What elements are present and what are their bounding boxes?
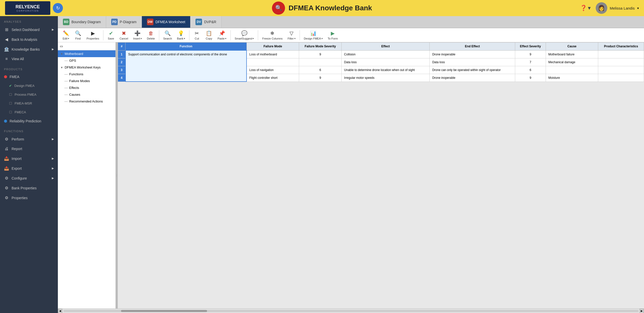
scroll-left-button[interactable]: ◀ (58, 309, 62, 313)
worksheet-area: ▭ ▼ Motherboard — GPS ▼ DFMEA Worksheet … (58, 42, 644, 308)
tab-dfmea-worksheet[interactable]: DW DFMEA Worksheet (142, 16, 191, 28)
scrollbar-track-h[interactable] (63, 310, 638, 312)
row-4-end-effect[interactable]: Drone inoperable (430, 74, 515, 82)
row-1-fm-severity[interactable]: 9 (299, 50, 341, 58)
row-1-effect[interactable]: Collision (341, 50, 429, 58)
row-3-effect-severity[interactable]: 6 (515, 66, 546, 74)
cut-label: Cut (195, 37, 199, 40)
col-header-cause: Cause (546, 43, 598, 51)
tab-boundary-diagram[interactable]: BD Boundary Diagram (58, 16, 106, 28)
row-3-effect[interactable]: Unable to determine drone location when … (341, 66, 429, 74)
design-fmea-button[interactable]: 📊 Design FMEA ▾ (302, 29, 325, 41)
cancel-button[interactable]: ✖ Cancel (117, 29, 130, 41)
row-4-num[interactable]: 4 (118, 74, 126, 82)
sidebar-item-reliability-prediction[interactable]: Reliability Prediction (0, 117, 58, 126)
row-2-failure-mode[interactable] (247, 58, 299, 66)
row-1-cause[interactable]: Motherboard failure (546, 50, 598, 58)
tree-resize-handle[interactable]: ⋮ (116, 42, 118, 308)
filter-button[interactable]: ▽ Filter ▾ (286, 29, 297, 41)
row-2-effect[interactable]: Data loss (341, 58, 429, 66)
tree-item-causes[interactable]: — Causes (58, 91, 115, 98)
row-1-failure-mode[interactable]: Loss of motherboard (247, 50, 299, 58)
bank-button[interactable]: 💡 Bank ▾ (175, 29, 187, 41)
sidebar-item-select-dashboard[interactable]: ⊞ Select Dashboard ▶ (0, 25, 58, 34)
sidebar-item-design-fmea[interactable]: ✔ Design FMEA (0, 81, 58, 90)
insert-button[interactable]: ➕ Insert ▾ (131, 29, 144, 41)
sidebar-item-import[interactable]: 📥 Import ▶ (0, 154, 58, 163)
logo-sub: CORPORATION (17, 10, 39, 12)
row-1-num[interactable]: 1 (118, 50, 126, 58)
row-1-effect-severity[interactable]: 9 (515, 50, 546, 58)
tree-item-failure-modes[interactable]: — Failure Modes (58, 78, 115, 84)
user-area[interactable]: 👩 Melissa Landis ▾ (596, 2, 639, 14)
find-button[interactable]: 🔍 Find (72, 29, 84, 41)
sidebar-item-fmea[interactable]: FMEA (0, 72, 58, 81)
tree-collapse-all-button[interactable]: ▭ (59, 43, 64, 49)
toolbar-sep-3 (189, 30, 189, 40)
row-2-fm-severity[interactable] (299, 58, 341, 66)
tab-dv-label: DVP&R (204, 20, 216, 24)
tree-item-effects[interactable]: — Effects (58, 84, 115, 91)
sidebar-item-export[interactable]: 📤 Export ▶ (0, 163, 58, 173)
to-form-button[interactable]: ▶ To Form (326, 29, 340, 41)
freeze-columns-button[interactable]: ❄ Freeze Columns (260, 29, 285, 41)
report-icon: 🖨 (4, 147, 9, 151)
row-1-end-effect[interactable]: Drone inoperable (430, 50, 515, 58)
tree-item-functions[interactable]: — Functions (58, 71, 115, 78)
tree-item-gps[interactable]: — GPS (58, 57, 115, 64)
properties-button[interactable]: ▶ Properties (85, 29, 101, 41)
search-button[interactable]: 🔍 Search (161, 29, 174, 41)
row-2-product-char[interactable] (598, 58, 644, 66)
row-4-product-char[interactable] (598, 74, 644, 82)
row-4-effect-severity[interactable]: 9 (515, 74, 546, 82)
help-button[interactable]: ❓ ▾ (580, 5, 591, 11)
row-2-cause[interactable]: Mechanical damage (546, 58, 598, 66)
tree-item-dfmea-keys[interactable]: ▼ DFMEA Worksheet Keys (58, 64, 115, 71)
sidebar-item-report[interactable]: 🖨 Report (0, 144, 58, 154)
scroll-right-button[interactable]: ▶ (639, 309, 644, 313)
tree-item-motherboard[interactable]: ▼ Motherboard (58, 50, 115, 57)
sidebar-item-back-to-analysis[interactable]: ◀ Back to Analysis (0, 34, 58, 44)
row-2-effect-severity[interactable]: 7 (515, 58, 546, 66)
row-2-end-effect[interactable]: Data loss (430, 58, 515, 66)
row-4-fm-severity[interactable]: 9 (299, 74, 341, 82)
sidebar-item-knowledge-banks[interactable]: 🏦 Knowledge Banks ▶ (0, 44, 58, 54)
sidebar-item-bank-properties[interactable]: ⚙ Bank Properties (0, 183, 58, 193)
import-icon: 📥 (4, 156, 9, 161)
row-4-cause[interactable]: Moisture (546, 74, 598, 82)
sidebar-item-view-all[interactable]: ≡ View All (0, 54, 58, 64)
row-3-num[interactable]: 3 (118, 66, 126, 74)
edit-button[interactable]: ✏️ Edit ▾ (60, 29, 71, 41)
sidebar-item-process-fmea[interactable]: ☐ Process FMEA (0, 90, 58, 99)
row-4-failure-mode[interactable]: Flight controller short (247, 74, 299, 82)
row-3-fm-severity[interactable]: 6 (299, 66, 341, 74)
scrollbar-thumb-h[interactable] (121, 310, 207, 312)
copy-button[interactable]: 📋 Copy (204, 29, 215, 41)
effects-label: Effects (69, 86, 79, 90)
row-1-product-char[interactable] (598, 50, 644, 58)
table-wrapper[interactable]: # Function Failure Mode Failure Mode Sev… (118, 42, 644, 308)
perform-label: Perform (12, 137, 24, 141)
row-3-end-effect[interactable]: Drone can only be operated within sight … (430, 66, 515, 74)
row-1-function[interactable]: Support communication and control of ele… (126, 50, 247, 82)
sidebar-item-properties[interactable]: ⚙ Properties (0, 193, 58, 203)
sidebar-item-perform[interactable]: ⚙ Perform ▶ (0, 134, 58, 144)
tab-dvpr[interactable]: DV DVP&R (190, 16, 221, 28)
smart-suggest-button[interactable]: 💬 SmartSuggest ▾ (233, 29, 256, 41)
delete-button[interactable]: 🗑 Delete (145, 29, 157, 41)
tab-p-diagram[interactable]: PD P-Diagram (106, 16, 142, 28)
row-3-failure-mode[interactable]: Loss of navigation (247, 66, 299, 74)
cut-button[interactable]: ✂ Cut (191, 29, 203, 41)
horizontal-scrollbar[interactable]: ◀ ▶ (58, 308, 644, 313)
save-button[interactable]: ✔ Save (105, 29, 116, 41)
paste-button[interactable]: 📌 Paste ▾ (216, 29, 228, 41)
sidebar-item-fmea-msr[interactable]: ☐ FMEA-MSR (0, 99, 58, 108)
sidebar-item-configure[interactable]: ⚙ Configure ▶ (0, 173, 58, 183)
row-3-product-char[interactable] (598, 66, 644, 74)
tree-item-recommended-actions[interactable]: — Recommended Actions (58, 98, 115, 105)
sidebar-item-fmeca[interactable]: ☐ FMECA (0, 108, 58, 117)
nav-back-button[interactable]: ↻ (53, 3, 63, 13)
row-2-num[interactable]: 2 (118, 58, 126, 66)
row-3-cause[interactable] (546, 66, 598, 74)
row-4-effect[interactable]: Irregular motor speeds (341, 74, 429, 82)
